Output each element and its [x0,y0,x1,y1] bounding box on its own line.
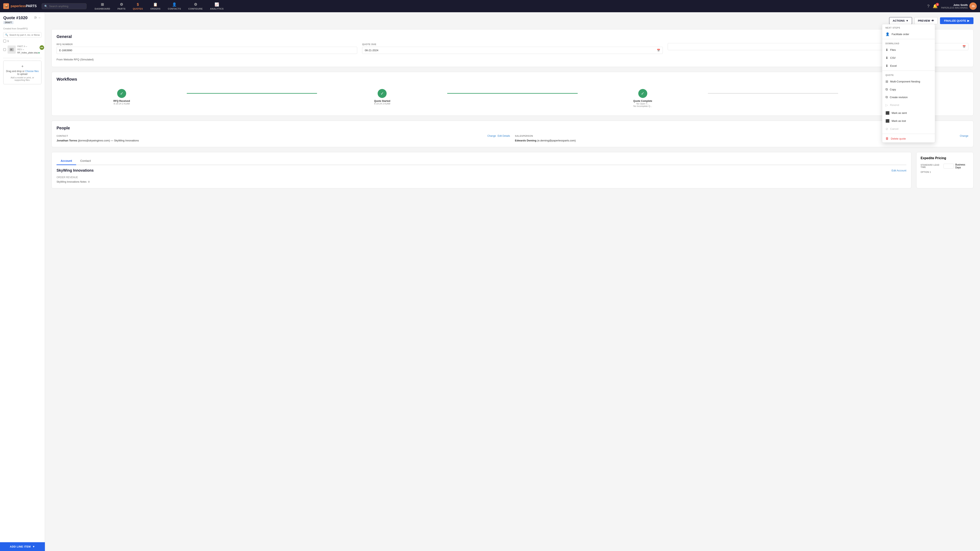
download-header: DOWNLOAD [882,40,935,46]
search-icon: 🔍 [44,5,48,8]
workflow-connector-2 [447,93,578,94]
part-search-input[interactable] [10,34,40,36]
part-info: PART # -- REV -- RF_holes_plate.step [18,45,38,54]
drop-zone-text2: to upload [18,73,27,76]
workflow-label-rfq: RFQ Received [113,100,130,102]
nav-item-orders[interactable]: 📋 ORDERS [147,1,164,12]
quote-header: QUOTE [882,71,935,78]
actions-dropdown-menu: NEXT STEPS 👤 Facilitate order DOWNLOAD ⬇… [882,24,935,143]
nav-item-parts[interactable]: ⚙ PARTS [114,1,129,12]
choose-files-link[interactable]: Choose files [25,70,39,73]
standard-lead-row: STANDARD LEAD TIME Business Days [921,163,969,169]
finalize-quote-button[interactable]: FINALIZE QUOTE ▶ [940,17,974,24]
create-revision-item[interactable]: ⧉ Create revision [882,93,935,101]
file-drop-zone[interactable]: ＋ Drag and drop or Choose files to uploa… [3,60,41,84]
help-button[interactable]: ? [927,4,929,9]
files-label: Files [890,48,896,51]
workflow-label-complete: Quote Complete [633,100,652,102]
rfq-number-input[interactable]: E-1663990 [57,47,357,54]
part-search[interactable]: 🔍 [3,32,41,38]
parts-icon: ⚙ [120,2,123,7]
option1-row: OPTION 1 [921,171,969,173]
search-input[interactable] [49,5,84,8]
tab-account[interactable]: Account [57,157,76,165]
mark-as-sent-item[interactable]: ⬛ Mark as sent [882,109,935,117]
part-select-all-checkbox[interactable] [3,40,6,43]
part-list-header: 1 [3,40,41,43]
facilitate-order-item[interactable]: 👤 Facilitate order [882,30,935,38]
analytics-icon: 📈 [215,2,219,7]
part-search-icon: 🔍 [5,33,8,37]
part-count-label: 1 [7,40,9,43]
contact-label: CONTACT [57,135,68,137]
edit-account-link[interactable]: Edit Account [892,169,906,172]
csv-label: CSV [890,56,896,59]
mark-as-lost-item[interactable]: ⬛ Mark as lost [882,117,935,125]
facilitate-order-icon: 👤 [886,32,889,36]
create-revision-icon: ⧉ [886,95,888,99]
general-section: General RFQ NUMBER E-1663990 QUOTE DUE 0… [51,29,974,67]
workflows-title: Workflows [57,77,968,82]
actions-label: ACTIONS [892,19,905,22]
nav-item-configure[interactable]: ⚙ CONFIGURE [185,1,206,12]
part-checkbox[interactable] [3,48,6,51]
csv-item[interactable]: ⬇ CSV [882,54,935,62]
delete-quote-item[interactable]: 🗑 Delete quote [882,135,935,143]
notifications-button[interactable]: 🔔 3 [933,4,938,9]
source-label: From Website RFQ (Simulated) [57,57,968,62]
sidebar-divider [3,58,41,58]
contact-change-link[interactable]: Change [487,135,496,137]
part-thumbnail [8,46,16,54]
user-avatar[interactable]: JS [969,2,977,10]
excel-item[interactable]: ⬇ Excel [882,62,935,70]
workflow-circle-started: ✓ [378,89,387,98]
search-bar[interactable]: 🔍 [41,3,86,9]
user-name: John Smith [941,3,968,6]
nav-item-dashboard[interactable]: ⊞ DASHBOARD [91,1,113,12]
people-grid: CONTACT Change Edit Details Jonathan Tor… [57,135,968,142]
salesperson-change-link[interactable]: Change [960,135,968,137]
nav-item-analytics[interactable]: 📈 ANALYTICS [207,1,227,12]
cancel-icon: ⊘ [886,127,888,131]
part-assignee-avatar: WE [40,45,44,50]
rfq-number-label: RFQ NUMBER [57,43,357,46]
standard-lead-input[interactable] [943,164,954,168]
preview-eye-icon: 👁 [931,19,934,22]
account-tabs: Account Contact [57,157,906,165]
calendar-icon: 📅 [657,49,660,52]
standard-lead-label: STANDARD LEAD TIME [921,164,942,168]
copy-item[interactable]: ⧉ Copy [882,86,935,93]
order-revenue-label: ORDER REVENUE [57,176,78,179]
nav-item-contacts[interactable]: 👤 CONTACTS [164,1,184,12]
files-item[interactable]: ⬇ Files [882,46,935,54]
create-revision-label: Create revision [890,96,908,99]
mark-as-lost-label: Mark as lost [892,119,906,122]
sidebar: Quote #1020 ⚐ ← DRAFT Created from Smart… [0,12,45,551]
next-steps-header: NEXT STEPS [882,24,935,30]
nav-item-quotes[interactable]: $ QUOTES [130,1,146,12]
excel-icon: ⬇ [886,64,888,68]
draft-badge: DRAFT [3,21,13,24]
notes-edit-icon[interactable]: ⚙ [88,180,90,183]
preview-button[interactable]: PREVIEW 👁 [915,17,937,24]
tab-contact[interactable]: Contact [76,157,95,165]
actions-button[interactable]: ACTIONS ▼ [889,17,912,24]
contact-edit-link[interactable]: Edit Details [498,135,510,137]
user-company: PAPERLESS MACHINING [941,6,968,9]
extra-calendar-icon: 📅 [963,45,966,48]
quote-back-icon[interactable]: ← [38,16,41,20]
add-line-item-button[interactable]: ADD LINE ITEM ▼ [0,542,45,551]
orders-icon: 📋 [153,2,158,7]
quote-flag-icon[interactable]: ⚐ [34,16,37,20]
general-title: General [57,34,968,39]
dashboard-icon: ⊞ [101,2,104,7]
logo-area[interactable]: 📦 paperlessPARTS [3,3,37,9]
workflow-circle-complete: ✓ [638,89,647,98]
part-list-item: PART # -- REV -- RF_holes_plate.step WE … [3,44,41,56]
part-status-dot [38,52,40,54]
user-info: John Smith PAPERLESS MACHINING JS [941,2,977,10]
multi-component-item[interactable]: ⊞ Multi-Component Nesting [882,78,935,86]
created-from-label: Created from SmartRFQ [3,27,41,30]
facilitate-order-label: Facilitate order [892,33,909,36]
quote-due-input[interactable]: 08-21-2024 📅 [362,47,663,54]
